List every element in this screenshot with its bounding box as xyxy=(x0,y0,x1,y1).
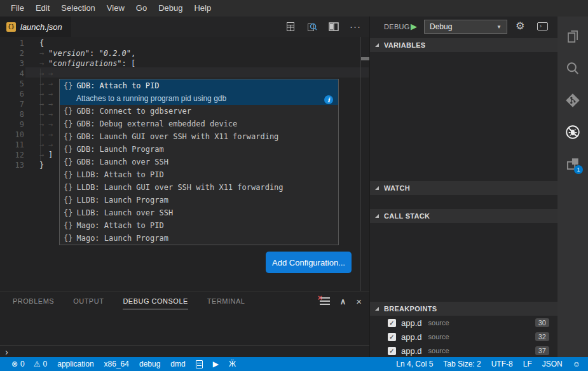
code-line-10[interactable]: →→ xyxy=(39,130,57,140)
status-application[interactable]: application xyxy=(57,360,93,368)
suggest-item[interactable]: {}GDB: Launch over SSH xyxy=(60,156,338,168)
code-line-11[interactable]: →→ xyxy=(39,140,57,150)
breakpoint-checkbox[interactable]: ✓ xyxy=(388,333,396,341)
suggest-item[interactable]: {}GDB: Launch Program xyxy=(60,143,338,156)
status-compiler[interactable]: dmd xyxy=(170,360,185,368)
twistie-icon xyxy=(375,186,379,190)
menu-file[interactable]: File xyxy=(5,0,30,17)
line-number[interactable]: 4 xyxy=(0,69,24,79)
breakpoint-origin: source xyxy=(428,347,535,354)
line-number[interactable]: 13 xyxy=(0,160,24,170)
start-debug-icon[interactable]: ▶ xyxy=(411,22,417,32)
line-number[interactable]: 8 xyxy=(0,109,24,119)
code-line-6[interactable]: →→ xyxy=(39,89,57,99)
source-control-icon[interactable] xyxy=(557,85,588,116)
menu-help[interactable]: Help xyxy=(188,0,217,17)
snippet-icon: {} xyxy=(64,234,72,243)
section-variables[interactable]: VARIABLES xyxy=(370,38,558,52)
run-icon[interactable]: ▶ xyxy=(213,360,219,368)
code-line-7[interactable]: →→ xyxy=(39,99,57,109)
tab-launch-json[interactable]: {} launch.json xyxy=(0,17,71,37)
section-breakpoints[interactable]: BREAKPOINTS xyxy=(370,302,558,316)
configure-gear-icon[interactable]: ⚙ xyxy=(516,20,524,32)
line-number[interactable]: 9 xyxy=(0,119,24,130)
clear-console-icon[interactable]: × xyxy=(320,297,330,306)
suggest-item[interactable]: {}LLDB: Launch GUI over SSH with X11 for… xyxy=(60,181,338,194)
code-line-9[interactable]: →→ xyxy=(39,119,57,130)
line-number[interactable]: 1 xyxy=(0,38,24,48)
tab-debug-console[interactable]: DEBUG CONSOLE xyxy=(123,293,188,309)
debug-console-input[interactable]: › xyxy=(0,345,369,358)
section-watch[interactable]: WATCH xyxy=(370,181,558,195)
explorer-icon[interactable] xyxy=(557,22,588,52)
status-buildtype[interactable]: debug xyxy=(139,360,160,368)
menu-edit[interactable]: Edit xyxy=(30,0,55,17)
code-line-1[interactable]: { xyxy=(39,38,44,48)
bug-icon[interactable]: Ӝ xyxy=(229,360,236,368)
line-number[interactable]: 12 xyxy=(0,150,24,160)
line-number[interactable]: 2 xyxy=(0,48,24,58)
line-number[interactable]: 7 xyxy=(0,99,24,109)
cursor-position[interactable]: Ln 4, Col 5 xyxy=(396,360,433,368)
code-line-12[interactable]: →] xyxy=(39,150,53,160)
menu-selection[interactable]: Selection xyxy=(55,0,100,17)
error-warning-status[interactable]: ⊗ 0 ⚠ 0 xyxy=(11,360,47,368)
search-icon[interactable] xyxy=(557,53,588,84)
code-line-4[interactable]: →→ xyxy=(39,69,57,79)
suggest-item[interactable]: {}LLDB: Attach to PID xyxy=(60,168,338,181)
menu-debug[interactable]: Debug xyxy=(153,0,188,17)
suggest-item[interactable]: {}GDB: Connect to gdbserver xyxy=(60,105,338,118)
code-line-8[interactable]: →→ xyxy=(39,109,57,119)
debug-config-dropdown[interactable]: Debug ▼ xyxy=(424,20,507,34)
maximize-panel-icon[interactable]: ∧ xyxy=(340,297,346,306)
line-number[interactable]: 6 xyxy=(0,89,24,99)
eol[interactable]: LF xyxy=(523,360,532,368)
search-in-file-icon[interactable] xyxy=(307,22,317,32)
menu-view[interactable]: View xyxy=(101,0,130,17)
line-number[interactable]: 5 xyxy=(0,79,24,89)
suggest-item[interactable]: {}LLDB: Launch Program xyxy=(60,194,338,206)
encoding[interactable]: UTF-8 xyxy=(491,360,513,368)
code-line-13[interactable]: } xyxy=(39,160,44,170)
breakpoint-row[interactable]: ✓ app.d source 30 xyxy=(370,316,558,330)
breakpoint-row[interactable]: ✓ app.d source 32 xyxy=(370,330,558,344)
extensions-icon[interactable]: 1 xyxy=(557,149,588,179)
suggest-item[interactable]: {}Mago: Attach to PID xyxy=(60,219,338,232)
tab-whitespace: → xyxy=(39,140,48,150)
feedback-smiley-icon[interactable]: ☺ xyxy=(573,360,580,368)
code-line-5[interactable]: →→ xyxy=(39,79,57,89)
close-panel-icon[interactable]: × xyxy=(356,296,362,307)
tab-problems[interactable]: PROBLEMS xyxy=(13,293,54,309)
line-number[interactable]: 3 xyxy=(0,58,24,69)
add-configuration-button[interactable]: Add Configuration... xyxy=(266,252,352,273)
breakpoint-checkbox[interactable]: ✓ xyxy=(388,347,396,355)
suggest-item[interactable]: {}GDB: Launch GUI over SSH with X11 forw… xyxy=(60,130,338,143)
tab-whitespace: → xyxy=(48,89,57,99)
status-arch[interactable]: x86_64 xyxy=(104,360,129,368)
code-editor[interactable]: 1 2 3 4 5 6 7 8 9 10 11 12 13 { →"versio… xyxy=(0,37,369,291)
line-number[interactable]: 10 xyxy=(0,130,24,140)
tab-size[interactable]: Tab Size: 2 xyxy=(443,360,481,368)
tab-terminal[interactable]: TERMINAL xyxy=(207,293,245,309)
line-number[interactable]: 11 xyxy=(0,140,24,150)
language-mode[interactable]: JSON xyxy=(542,360,563,368)
tab-output[interactable]: OUTPUT xyxy=(73,293,104,309)
suggest-item-selected[interactable]: {}GDB: Attach to PID Attaches to a runni… xyxy=(60,79,338,105)
suggest-item[interactable]: {}Mago: Launch Program xyxy=(60,232,338,245)
info-icon[interactable]: i xyxy=(324,95,333,104)
more-actions-icon[interactable]: ··· xyxy=(350,22,360,32)
document-icon[interactable] xyxy=(196,360,203,368)
debug-console-toggle-icon[interactable]: › xyxy=(537,22,548,30)
menu-go[interactable]: Go xyxy=(130,0,153,17)
code-line-2[interactable]: →"version": "0.2.0", xyxy=(39,48,135,58)
section-call-stack[interactable]: CALL STACK xyxy=(370,209,558,223)
suggest-item[interactable]: {}GDB: Debug external embedded device xyxy=(60,118,338,130)
suggest-item[interactable]: {}LLDB: Launch over SSH xyxy=(60,206,338,219)
open-preview-icon[interactable] xyxy=(285,22,296,32)
code-line-3[interactable]: →"configurations": [ xyxy=(39,58,135,69)
breakpoint-row[interactable]: ✓ app.d source 37 xyxy=(370,344,558,358)
split-editor-icon[interactable] xyxy=(329,22,339,32)
tab-whitespace: → xyxy=(39,119,48,130)
breakpoint-checkbox[interactable]: ✓ xyxy=(388,319,396,327)
debug-icon[interactable] xyxy=(557,117,588,147)
